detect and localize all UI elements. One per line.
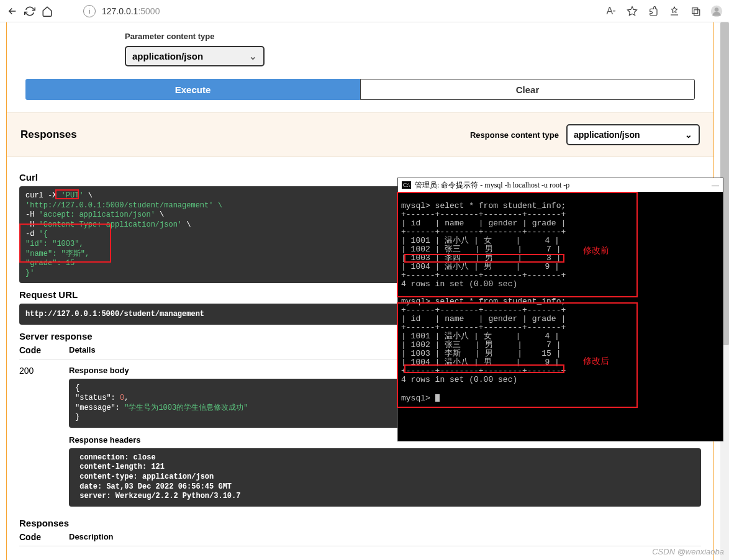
extension-icon[interactable] bbox=[647, 5, 659, 17]
response-code: 200 bbox=[19, 366, 69, 506]
responses-divider: Responses Response content type applicat… bbox=[7, 112, 713, 157]
collections-icon[interactable] bbox=[689, 5, 702, 17]
clear-button[interactable]: Clear bbox=[360, 79, 695, 100]
profile-icon[interactable] bbox=[710, 5, 723, 17]
responses-heading: Responses bbox=[20, 129, 77, 141]
annotation-before-label: 修改前 bbox=[583, 246, 609, 255]
svg-rect-1 bbox=[692, 7, 698, 13]
cmd-body[interactable]: mysql> select * from student_info; +----… bbox=[398, 192, 723, 465]
svg-point-4 bbox=[715, 7, 719, 12]
param-content-type-value: application/json bbox=[132, 51, 203, 61]
response-content-type-select[interactable]: application/json ⌄ bbox=[566, 124, 700, 145]
execute-button[interactable]: Execute bbox=[25, 79, 360, 100]
responses-heading-2: Responses bbox=[19, 518, 701, 528]
svg-rect-2 bbox=[694, 9, 700, 15]
svg-marker-0 bbox=[628, 6, 637, 15]
minimize-icon[interactable]: — bbox=[712, 181, 719, 190]
description-column-heading: Description bbox=[69, 532, 701, 542]
browser-toolbar: i 127.0.0.1:5000 A» bbox=[0, 0, 729, 22]
cmd-icon: C:\ bbox=[402, 181, 411, 189]
favorite-icon[interactable] bbox=[626, 5, 638, 17]
refresh-icon[interactable] bbox=[24, 5, 36, 17]
cmd-window: C:\ 管理员: 命令提示符 - mysql -h localhost -u r… bbox=[397, 178, 723, 441]
response-content-type-label: Response content type bbox=[470, 130, 559, 140]
cursor bbox=[435, 394, 440, 402]
code-column-heading: Code bbox=[19, 345, 69, 355]
chevron-down-icon: ⌄ bbox=[249, 51, 257, 62]
cmd-title: 管理员: 命令提示符 - mysql -h localhost -u root … bbox=[415, 180, 569, 191]
read-aloud-icon[interactable]: A» bbox=[605, 5, 617, 17]
back-icon[interactable] bbox=[6, 5, 19, 17]
chevron-down-icon: ⌄ bbox=[685, 130, 692, 140]
param-content-type-label: Parameter content type bbox=[125, 25, 701, 41]
annotation-after-label: 修改后 bbox=[583, 357, 609, 366]
url-bar[interactable]: i 127.0.0.1:5000 bbox=[58, 4, 600, 19]
info-icon[interactable]: i bbox=[83, 5, 96, 17]
favorites-list-icon[interactable] bbox=[668, 5, 681, 17]
param-content-type-select[interactable]: application/json ⌄ bbox=[125, 46, 265, 66]
cmd-titlebar[interactable]: C:\ 管理员: 命令提示符 - mysql -h localhost -u r… bbox=[398, 178, 723, 192]
code-column-heading-2: Code bbox=[19, 532, 69, 542]
home-icon[interactable] bbox=[41, 5, 53, 17]
url-text: 127.0.0.1:5000 bbox=[102, 6, 160, 16]
